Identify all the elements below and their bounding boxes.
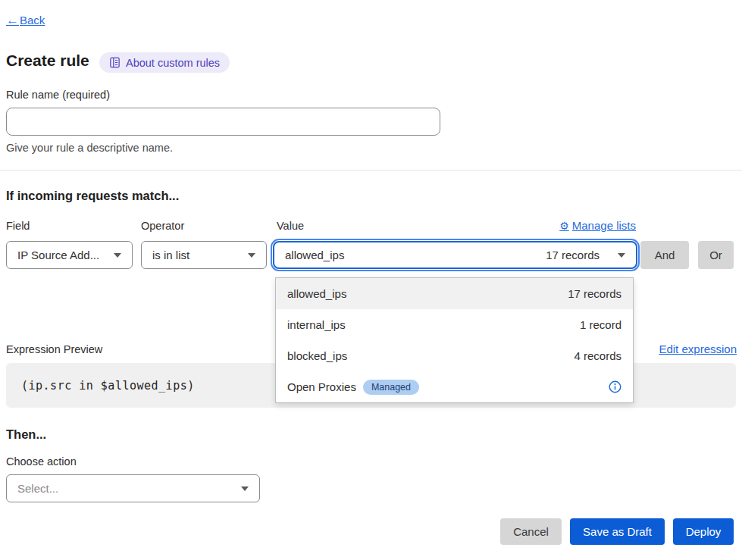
- match-section-heading: If incoming requests match...: [6, 189, 179, 203]
- then-section-heading: Then...: [6, 427, 46, 442]
- value-select-name: allowed_ips: [285, 249, 344, 261]
- list-option-name: blocked_ips: [287, 349, 347, 362]
- field-label: Field: [6, 220, 30, 232]
- rule-name-helper: Give your rule a descriptive name.: [6, 142, 173, 154]
- list-option-allowed-ips[interactable]: allowed_ips 17 records: [276, 278, 633, 309]
- operator-select[interactable]: is in list: [141, 241, 267, 269]
- action-select[interactable]: Select...: [6, 474, 260, 502]
- back-label: Back: [20, 14, 45, 27]
- page-title: Create rule: [6, 52, 89, 70]
- action-select-placeholder: Select...: [17, 482, 58, 495]
- managed-badge: Managed: [363, 380, 419, 395]
- expression-code: (ip.src in $allowed_ips): [21, 379, 195, 393]
- deploy-button[interactable]: Deploy: [673, 518, 734, 545]
- cancel-button[interactable]: Cancel: [500, 518, 562, 545]
- section-divider: [0, 170, 742, 171]
- list-option-blocked-ips[interactable]: blocked_ips 4 records: [276, 340, 633, 371]
- info-icon[interactable]: [609, 380, 621, 393]
- operator-label: Operator: [141, 220, 184, 232]
- back-link[interactable]: ←Back: [6, 13, 45, 28]
- list-option-name: Open Proxies: [287, 380, 356, 393]
- value-select-count: 17 records: [546, 249, 618, 261]
- operator-select-value: is in list: [152, 249, 189, 261]
- list-option-name: allowed_ips: [287, 287, 346, 300]
- chevron-down-icon: [114, 253, 121, 258]
- manage-lists-label: Manage lists: [572, 219, 636, 232]
- list-option-count: 1 record: [580, 318, 621, 331]
- field-select-value: IP Source Add...: [17, 249, 99, 261]
- choose-action-label: Choose action: [6, 455, 77, 468]
- back-arrow-icon: ←: [6, 13, 19, 27]
- about-custom-rules-label: About custom rules: [126, 57, 220, 69]
- expression-preview-label: Expression Preview: [6, 343, 102, 355]
- gear-icon: ⚙: [559, 220, 569, 232]
- edit-expression-link[interactable]: Edit expression: [659, 343, 737, 355]
- chevron-down-icon: [241, 486, 249, 491]
- or-button[interactable]: Or: [698, 241, 734, 269]
- value-select[interactable]: allowed_ips 17 records: [273, 241, 637, 269]
- create-rule-page: ←Back Create rule About custom rules Rul…: [0, 0, 742, 560]
- manage-lists-link[interactable]: ⚙Manage lists: [559, 219, 636, 232]
- list-option-count: 17 records: [568, 287, 621, 300]
- list-option-name: internal_ips: [287, 318, 346, 331]
- list-option-internal-ips[interactable]: internal_ips 1 record: [276, 309, 633, 340]
- about-custom-rules-link[interactable]: About custom rules: [99, 52, 230, 73]
- value-label: Value: [277, 220, 304, 232]
- chevron-down-icon: [248, 253, 255, 258]
- chevron-down-icon: [618, 253, 625, 258]
- save-as-draft-button[interactable]: Save as Draft: [570, 518, 665, 545]
- rule-name-label: Rule name (required): [6, 89, 110, 101]
- field-select[interactable]: IP Source Add...: [6, 241, 133, 269]
- list-option-open-proxies[interactable]: Open Proxies Managed: [276, 371, 633, 402]
- list-option-count: 4 records: [574, 349, 621, 362]
- list-dropdown-panel: allowed_ips 17 records internal_ips 1 re…: [275, 277, 634, 403]
- rule-name-input[interactable]: [6, 108, 440, 136]
- book-icon: [109, 57, 121, 68]
- and-button[interactable]: And: [640, 241, 689, 269]
